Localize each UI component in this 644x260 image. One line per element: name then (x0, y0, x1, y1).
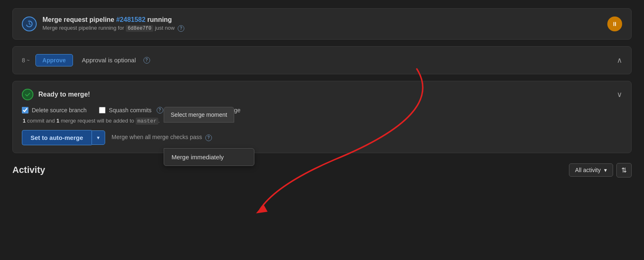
commit-info: 1 commit and 1 merge request will be add… (22, 118, 622, 124)
activity-title: Activity (12, 165, 45, 175)
squash-help-icon[interactable]: ? (157, 107, 163, 113)
checkboxes-row: Delete source branch Squash commits ? Ed… (22, 107, 622, 113)
approval-help-icon[interactable]: ? (143, 57, 150, 64)
pipeline-subtitle: Merge request pipeline running for 6d8ee… (42, 25, 184, 32)
select-merge-moment-tooltip: Select merge moment (164, 107, 234, 123)
svg-marker-1 (256, 204, 268, 213)
all-activity-dropdown[interactable]: All activity ▾ (569, 163, 613, 177)
all-activity-label: All activity (575, 167, 601, 173)
merge-when-text: Merge when all merge checks pass ? (112, 134, 212, 141)
pipeline-title: Merge request pipeline #2481582 running (42, 16, 184, 24)
merge-header: Ready to merge! ∨ (22, 89, 622, 100)
pipeline-text: Merge request pipeline #2481582 running … (42, 16, 184, 32)
auto-merge-button[interactable]: Set to auto-merge (22, 130, 92, 145)
pause-icon: ⏸ (612, 21, 618, 27)
approval-count: 8 ~ (22, 57, 30, 64)
activity-section: Activity All activity ▾ ⇅ (12, 163, 632, 177)
merge-button-row: Set to auto-merge ▾ Merge when all merge… (22, 130, 622, 145)
merge-dropdown-menu: Merge immediately (164, 148, 254, 166)
merge-dropdown-toggle[interactable]: ▾ (92, 130, 105, 145)
merge-immediately-item[interactable]: Merge immediately (164, 149, 254, 165)
squash-commits-label: Squash commits (109, 107, 151, 113)
squash-commits-checkbox-label[interactable]: Squash commits ? (99, 107, 163, 113)
squash-commits-checkbox[interactable] (99, 107, 106, 113)
pipeline-link[interactable]: #2481582 (116, 16, 146, 23)
all-activity-dropdown-arrow: ▾ (604, 167, 607, 173)
approval-optional-text: Approval is optional (82, 57, 136, 64)
approval-left: 8 ~ Approve Approval is optional ? (22, 54, 150, 66)
dropdown-arrow-icon: ▾ (97, 135, 100, 141)
ready-icon (22, 89, 33, 100)
merge-card: Ready to merge! ∨ Delete source branch S… (12, 81, 632, 153)
pipeline-card: Merge request pipeline #2481582 running … (12, 8, 632, 40)
approval-chevron-icon: ~ (27, 57, 30, 63)
approval-collapse-icon[interactable]: ∧ (617, 56, 622, 65)
sort-button[interactable]: ⇅ (616, 163, 632, 177)
approve-button[interactable]: Approve (35, 54, 73, 66)
approval-card: 8 ~ Approve Approval is optional ? ∧ (12, 46, 632, 74)
merge-when-help-icon[interactable]: ? (205, 135, 212, 141)
pipeline-running-icon (22, 17, 37, 31)
delete-branch-checkbox-label[interactable]: Delete source branch (22, 107, 87, 113)
delete-branch-checkbox[interactable] (22, 107, 28, 113)
activity-controls: All activity ▾ ⇅ (569, 163, 632, 177)
pause-button[interactable]: ⏸ (607, 17, 622, 31)
merge-header-left: Ready to merge! (22, 89, 90, 100)
merge-expand-icon[interactable]: ∨ (617, 90, 622, 99)
pipeline-help-icon[interactable]: ? (178, 25, 184, 32)
pipeline-left: Merge request pipeline #2481582 running … (22, 16, 184, 32)
merge-title: Ready to merge! (38, 91, 90, 98)
delete-branch-label: Delete source branch (32, 107, 87, 113)
sort-icon: ⇅ (621, 167, 627, 174)
